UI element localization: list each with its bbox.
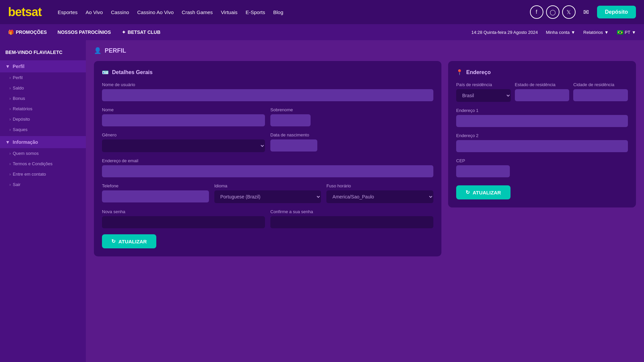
- new-password-label: Nova senha: [102, 209, 265, 214]
- sponsorships-label: NOSSOS PATROCÍNIOS: [58, 29, 111, 35]
- promotions-link[interactable]: 🎁 PROMOÇÕES: [8, 29, 47, 35]
- sidebar-item-perfil[interactable]: › Perfil: [0, 72, 86, 83]
- flag-icon: 🇧🇷: [617, 29, 624, 36]
- nav-cassino-ao-vivo[interactable]: Cassino Ao Vivo: [137, 9, 174, 15]
- nav-cassino[interactable]: Cassino: [111, 9, 129, 15]
- address1-input[interactable]: [456, 115, 628, 127]
- birth-input[interactable]: [270, 139, 317, 152]
- sidebar-item-relatorios[interactable]: › Relatórios: [0, 104, 86, 114]
- cep-input[interactable]: [456, 165, 510, 177]
- gender-select[interactable]: Masculino Feminino Outro: [102, 139, 265, 152]
- phone-label: Telefone: [102, 183, 209, 188]
- last-name-input[interactable]: [270, 114, 311, 126]
- secondary-navigation: 🎁 PROMOÇÕES NOSSOS PATROCÍNIOS ✦ BETSAT …: [0, 24, 644, 40]
- last-name-label: Sobrenome: [270, 107, 433, 112]
- sidebar-item-contato[interactable]: › Entre em contato: [0, 169, 86, 179]
- language-select[interactable]: Portuguese (Brazil) English Spanish: [214, 190, 321, 203]
- state-input[interactable]: [515, 89, 570, 101]
- sidebar-item-profile-main[interactable]: ▼ Perfil: [0, 60, 86, 72]
- email-group: Endereço de email: [102, 158, 433, 177]
- nav-blog[interactable]: Blog: [273, 9, 283, 15]
- nav-right: f ◯ 𝕏 ✉ Depósito: [530, 5, 636, 19]
- username-group: Nome de usuário: [102, 82, 433, 101]
- promotions-label: PROMOÇÕES: [16, 29, 47, 35]
- sidebar-informacao-label: Informação: [13, 139, 38, 145]
- timezone-select[interactable]: America/Sao_Paulo America/New_York Europ…: [326, 190, 433, 203]
- gender-birth-row: Gênero Masculino Feminino Outro Data de …: [102, 132, 433, 152]
- sidebar-item-bonus[interactable]: › Bonus: [0, 93, 86, 104]
- birth-group: Data de nascimento: [270, 132, 433, 152]
- arrow-right-icon-3: ›: [9, 96, 11, 101]
- nav-crash-games[interactable]: Crash Games: [182, 9, 213, 15]
- sidebar-welcome: BEM-VINDO FLAVIALETC: [0, 46, 86, 60]
- my-account-label: Minha conta: [546, 30, 570, 35]
- sidebar-saldo-label: Saldo: [13, 85, 24, 90]
- confirm-password-input[interactable]: [270, 216, 433, 228]
- location-icon: 📍: [456, 69, 463, 75]
- first-name-label: Nome: [102, 107, 265, 112]
- language-group: Idioma Portuguese (Brazil) English Spani…: [214, 183, 321, 203]
- nav-links: Esportes Ao Vivo Cassino Cassino Ao Vivo…: [58, 9, 283, 15]
- chevron-down-icon: ▼: [571, 30, 575, 35]
- instagram-button[interactable]: ◯: [546, 5, 559, 19]
- datetime-display: 14:28 Quinta-feira 29 Agosto 2024: [471, 30, 538, 35]
- confirm-password-group: Confirme a sua senha: [270, 209, 433, 228]
- city-input[interactable]: [573, 89, 628, 101]
- sidebar-item-termos[interactable]: › Termos e Condições: [0, 159, 86, 169]
- sidebar-item-informacao[interactable]: ▼ Informação: [0, 136, 86, 148]
- email-input[interactable]: [102, 165, 433, 177]
- refresh-icon-2: ↻: [466, 189, 470, 195]
- general-details-card: 🪪 Detalhes Gerais Nome de usuário Nome S…: [94, 61, 441, 256]
- nav-ao-vivo[interactable]: Ao Vivo: [86, 9, 103, 15]
- sidebar-item-deposito[interactable]: › Depósito: [0, 114, 86, 124]
- sidebar-profile-label: Perfil: [13, 64, 24, 69]
- update-general-button[interactable]: ↻ ATUALIZAR: [102, 234, 156, 248]
- sidebar: BEM-VINDO FLAVIALETC ▼ Perfil › Perfil ›…: [0, 40, 86, 362]
- nav-esportes[interactable]: Esportes: [58, 9, 77, 15]
- top-navigation: betsat Esportes Ao Vivo Cassino Cassino …: [0, 0, 644, 24]
- sidebar-item-sair[interactable]: › Sair: [0, 179, 86, 190]
- arrow-right-icon-6: ›: [9, 127, 11, 132]
- mail-button[interactable]: ✉: [580, 5, 593, 19]
- general-details-title: Detalhes Gerais: [112, 69, 153, 75]
- birth-label: Data de nascimento: [270, 132, 433, 137]
- state-label: Estado de residência: [515, 82, 570, 87]
- city-group: Cidade de residência: [573, 82, 628, 102]
- update-address-label: ATUALIZAR: [473, 190, 501, 195]
- arrow-right-icon-7: ›: [9, 151, 11, 156]
- reports-label: Relatórios: [583, 30, 603, 35]
- club-link[interactable]: ✦ BETSAT CLUB: [122, 29, 161, 35]
- gift-icon: 🎁: [8, 29, 14, 35]
- language-dropdown[interactable]: 🇧🇷 PT ▼: [617, 29, 636, 36]
- sponsorships-link[interactable]: NOSSOS PATROCÍNIOS: [58, 29, 111, 35]
- nav-esports[interactable]: E-Sports: [246, 9, 265, 15]
- facebook-button[interactable]: f: [530, 5, 543, 19]
- my-account-dropdown[interactable]: Minha conta ▼: [546, 30, 575, 35]
- twitter-button[interactable]: 𝕏: [562, 5, 576, 19]
- new-password-input[interactable]: [102, 216, 265, 228]
- sidebar-item-saques[interactable]: › Saques: [0, 124, 86, 135]
- sidebar-termos-label: Termos e Condições: [13, 161, 53, 166]
- sec-nav-right: 14:28 Quinta-feira 29 Agosto 2024 Minha …: [471, 29, 636, 36]
- phone-input[interactable]: [102, 190, 209, 202]
- email-label: Endereço de email: [102, 158, 433, 163]
- country-select[interactable]: Brasil Portugal Argentina: [456, 89, 511, 102]
- sidebar-item-quem-somos[interactable]: › Quem somos: [0, 148, 86, 159]
- sidebar-saques-label: Saques: [13, 127, 28, 132]
- timezone-label: Fuso horário: [326, 183, 433, 188]
- chevron-down-icon-3: ▼: [632, 30, 636, 35]
- deposit-button[interactable]: Depósito: [597, 6, 636, 18]
- logo[interactable]: betsat: [8, 5, 42, 19]
- update-address-button[interactable]: ↻ ATUALIZAR: [456, 185, 511, 199]
- last-name-group: Sobrenome: [270, 107, 433, 126]
- phone-lang-tz-row: Telefone Idioma Portuguese (Brazil) Engl…: [102, 183, 433, 203]
- state-group: Estado de residência: [515, 82, 570, 102]
- reports-dropdown[interactable]: Relatórios ▼: [583, 30, 608, 35]
- country-state-city-row: País de residência Brasil Portugal Argen…: [456, 82, 628, 102]
- username-input[interactable]: [102, 89, 433, 101]
- address2-input[interactable]: [456, 140, 628, 152]
- first-name-group: Nome: [102, 107, 265, 126]
- first-name-input[interactable]: [102, 114, 265, 126]
- sidebar-item-saldo[interactable]: › Saldo: [0, 83, 86, 93]
- nav-virtuais[interactable]: Virtuais: [221, 9, 237, 15]
